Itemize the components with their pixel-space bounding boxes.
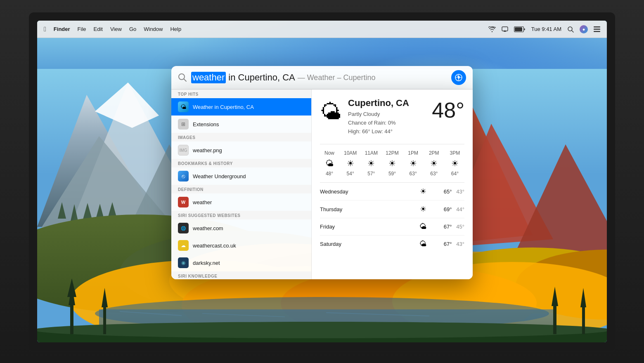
search-icon <box>178 73 187 82</box>
daily-row-3: Saturday 🌤 67° 43° <box>320 236 464 252</box>
daily-low-1: 44° <box>456 206 464 212</box>
result-label: Weather in Cupertino, CA <box>193 104 254 110</box>
result-label: weather.com <box>193 225 223 231</box>
weather-header: 🌤 Cupertino, CA Partly Cloudy Chance of … <box>320 98 464 136</box>
spotlight-search-icon[interactable] <box>567 26 574 33</box>
hour-0-icon: 🌤 <box>320 159 339 168</box>
daily-temps-2: 67° 45° <box>431 224 464 230</box>
svg-point-27 <box>95 297 549 330</box>
weather-detail-panel: 🌤 Cupertino, CA Partly Cloudy Chance of … <box>312 90 473 279</box>
result-label: Extensions <box>193 121 219 127</box>
hour-2-temp: 57° <box>362 171 381 177</box>
svg-line-28 <box>120 311 182 316</box>
daily-day-2: Friday <box>320 224 415 230</box>
edit-menu[interactable]: Edit <box>94 26 103 32</box>
svg-marker-4 <box>37 136 182 248</box>
hour-3-time: 12PM <box>383 150 402 156</box>
help-menu[interactable]: Help <box>170 26 181 32</box>
safari-button[interactable] <box>451 70 466 85</box>
search-query-rest: in Cupertino, CA <box>228 72 295 83</box>
section-siri-knowledge: SIRI KNOWLEDGE <box>171 271 311 279</box>
result-extensions[interactable]: ⊞ Extensions <box>171 116 311 133</box>
daily-forecast: Wednesday ☀ 65° 43° Thursday ☀ <box>320 182 464 252</box>
airplay-icon[interactable] <box>502 26 508 32</box>
go-menu[interactable]: Go <box>129 26 136 32</box>
search-query-highlight: weather <box>191 72 226 83</box>
svg-rect-31 <box>37 330 607 342</box>
daily-icon-0: ☀ <box>415 187 431 196</box>
hour-3-icon: ☀ <box>383 158 402 168</box>
hour-3-temp: 59° <box>383 171 402 177</box>
svg-rect-48 <box>515 27 522 31</box>
result-weather-def[interactable]: W weather <box>171 193 311 211</box>
battery-icon <box>514 26 526 32</box>
hour-6-icon: ☀ <box>445 158 464 168</box>
svg-line-50 <box>572 31 573 32</box>
hourly-icons-row: 🌤 ☀ ☀ ☀ ☀ ☀ ☀ <box>320 158 464 168</box>
svg-line-30 <box>326 313 429 316</box>
svg-rect-33 <box>70 305 73 334</box>
finder-menu[interactable]: Finder <box>54 26 70 32</box>
wifi-icon[interactable] <box>488 26 496 32</box>
svg-rect-38 <box>553 306 556 334</box>
hour-5-temp: 63° <box>424 171 443 177</box>
file-menu[interactable]: File <box>78 26 86 32</box>
result-label: Weather Underground <box>193 173 246 179</box>
spotlight-search-bar: weather in Cupertino, CA— Weather – Cupe… <box>171 66 473 90</box>
menubar-left:  Finder File Edit View Go Window Help <box>44 26 488 33</box>
daily-temps-0: 65° 43° <box>431 189 464 195</box>
daily-high-1: 69° <box>444 206 452 212</box>
hourly-forecast: Now 10AM 11AM 12PM 1PM 2PM 3PM 🌤 ☀ <box>320 144 464 177</box>
hour-1-temp: 54° <box>341 171 360 177</box>
result-darksky[interactable]: ◉ darksky.net <box>171 254 311 271</box>
hour-5-time: 2PM <box>424 150 443 156</box>
user-avatar[interactable]: ● <box>580 25 588 33</box>
svg-rect-52 <box>594 28 600 30</box>
daily-temps-1: 69° 44° <box>431 206 464 212</box>
notification-icon[interactable] <box>594 26 600 32</box>
website-icon-2: ☁ <box>178 240 189 251</box>
laptop-frame:  Finder File Edit View Go Window Help <box>0 0 644 363</box>
result-weather-cupertino[interactable]: 🌤 Weather in Cupertino, CA <box>171 98 311 116</box>
weather-sun: 🌤 <box>320 98 341 124</box>
svg-rect-51 <box>594 26 600 28</box>
result-weather-underground[interactable]: ⎋ Weather Underground <box>171 167 311 185</box>
weather-current-temp: 48° <box>432 98 464 123</box>
hour-2-time: 11AM <box>362 150 381 156</box>
screen-bezel:  Finder File Edit View Go Window Help <box>29 12 615 351</box>
apple-menu[interactable]:  <box>44 26 46 33</box>
svg-line-55 <box>184 79 187 82</box>
spotlight-container: weather in Cupertino, CA— Weather – Cupe… <box>171 66 473 279</box>
result-weathercast[interactable]: ☁ weathercast.co.uk <box>171 237 311 254</box>
website-icon-3: ◉ <box>178 257 189 268</box>
section-images: IMAGES <box>171 133 311 141</box>
hour-6-time: 3PM <box>445 150 464 156</box>
hour-4-time: 1PM <box>404 150 423 156</box>
result-label: darksky.net <box>193 260 220 266</box>
view-menu[interactable]: View <box>110 26 122 32</box>
window-menu[interactable]: Window <box>144 26 163 32</box>
svg-marker-39 <box>552 287 558 306</box>
svg-marker-37 <box>102 288 108 307</box>
svg-marker-10 <box>70 204 78 223</box>
daily-row-1: Thursday ☀ 69° 44° <box>320 200 464 218</box>
section-top-hits: TOP HITS <box>171 90 311 98</box>
results-left: TOP HITS 🌤 Weather in Cupertino, CA ⊞ <box>171 90 312 279</box>
daily-high-2: 67° <box>444 224 452 230</box>
daily-high-0: 65° <box>444 189 452 195</box>
result-weather-png[interactable]: IMG weather.png <box>171 141 311 159</box>
daily-low-0: 43° <box>456 189 464 195</box>
search-text[interactable]: weather in Cupertino, CA— Weather – Cupe… <box>191 72 447 83</box>
result-weather-com[interactable]: 🌐 weather.com <box>171 219 311 237</box>
svg-marker-8 <box>512 144 607 260</box>
daily-day-1: Thursday <box>320 206 415 212</box>
weather-sun-icon: 🌤 <box>320 99 341 124</box>
weather-location: Cupertino, CA <box>348 98 409 108</box>
svg-marker-12 <box>95 204 105 222</box>
menubar:  Finder File Edit View Go Window Help <box>37 21 607 38</box>
screen:  Finder File Edit View Go Window Help <box>37 21 607 342</box>
menubar-right: Tue 9:41 AM ● <box>488 25 600 33</box>
hour-6-temp: 64° <box>445 171 464 177</box>
hour-4-temp: 63° <box>404 171 423 177</box>
weather-info: Cupertino, CA Partly Cloudy Chance of Ra… <box>348 98 409 136</box>
